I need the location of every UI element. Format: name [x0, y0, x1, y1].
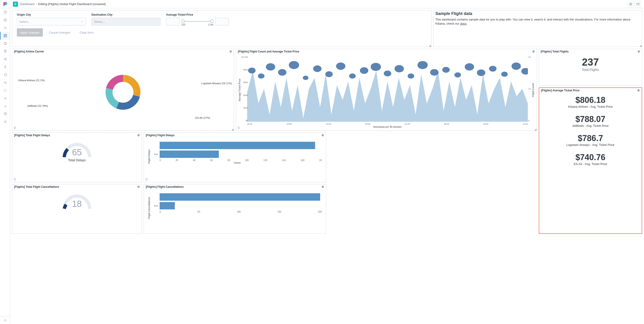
- origin-city-label: Origin City: [17, 13, 86, 16]
- metric-label: ES-Air - Avg. Ticket Price: [542, 162, 639, 166]
- avg-price-label: Average Ticket Price: [166, 13, 229, 16]
- panel-flight-count-price: [Flights] Flight Count and Average Ticke…: [236, 49, 537, 131]
- svg-point-24: [248, 68, 256, 73]
- svg-rect-18: [637, 3, 640, 5]
- clear-form-button[interactable]: Clear form: [76, 28, 97, 36]
- svg-point-3: [4, 19, 7, 21]
- x-axis-label: Count: [153, 162, 322, 164]
- nav-logs[interactable]: [0, 71, 10, 79]
- gear-icon[interactable]: ⚙: [137, 185, 140, 188]
- panel-title: [Flights] Flight Delays: [146, 134, 174, 137]
- origin-city-select[interactable]: Select...: [17, 18, 86, 25]
- svg-point-29: [303, 76, 308, 80]
- svg-point-35: [370, 63, 381, 71]
- price-slider[interactable]: 200 1196: [181, 18, 214, 25]
- legend-toggle-icon[interactable]: ☰: [238, 126, 240, 130]
- svg-point-28: [289, 61, 299, 69]
- legend-toggle-icon[interactable]: ☰: [14, 178, 16, 181]
- svg-point-38: [408, 73, 414, 78]
- panel-flight-cancellations: [Flights] Flight Cancellations ⚙ Flight …: [144, 184, 326, 234]
- svg-point-14: [5, 98, 6, 99]
- svg-point-10: [4, 59, 4, 60]
- hbar-tick-true: true: [153, 153, 158, 156]
- cancel-changes-button[interactable]: Cancel changes: [46, 28, 74, 36]
- nav-ml[interactable]: [0, 55, 10, 63]
- nav-monitoring[interactable]: [0, 110, 10, 118]
- svg-point-36: [384, 71, 391, 76]
- markdown-body: This dashboard contains sample data for …: [435, 17, 640, 26]
- svg-rect-7: [4, 36, 5, 37]
- gear-icon[interactable]: ⚙: [230, 50, 232, 53]
- legend-toggle-icon[interactable]: ☰: [14, 126, 16, 130]
- price-min-input[interactable]: [166, 18, 180, 25]
- gauge-delays[interactable]: 65 Total Delays: [12, 138, 142, 182]
- panel-airline-carrier: [Flights] Airline Carrier ⚙: [12, 49, 234, 131]
- donut-label-esair: ES-Air (27%): [195, 116, 210, 119]
- resize-handle[interactable]: ◢: [428, 44, 431, 46]
- svg-point-27: [278, 69, 286, 76]
- destination-city-select[interactable]: Select...: [92, 18, 160, 25]
- metric-item: $788.07 JetBeats - Avg. Ticket Price: [542, 114, 639, 127]
- donut-chart[interactable]: Kibana Airlines (21.1%) Logstash Airways…: [14, 55, 232, 130]
- price-min-label: 200: [181, 23, 186, 26]
- svg-point-34: [360, 67, 368, 74]
- newsfeed-icon[interactable]: [635, 1, 641, 7]
- nav-metrics[interactable]: [0, 63, 10, 71]
- nav-apm[interactable]: [0, 79, 10, 86]
- metric-value: $740.76: [542, 153, 639, 162]
- svg-point-33: [349, 73, 356, 78]
- combo-chart[interactable]: Average Ticket Price Flight Count $1,000…: [238, 55, 535, 130]
- panel-title: [Flights] Total Flight Delays: [14, 134, 50, 137]
- gauge-cancellations[interactable]: 18: [12, 189, 142, 234]
- donut-label-logstash: Logstash Airways (29.11%): [201, 82, 232, 85]
- metric-label: JetBeats - Avg. Ticket Price: [542, 124, 639, 127]
- gauge-value: 65: [14, 147, 140, 157]
- metric-value: $786.7: [542, 133, 639, 143]
- svg-point-42: [454, 72, 461, 77]
- svg-point-9: [5, 50, 6, 51]
- gear-icon[interactable]: ⚙: [322, 185, 324, 188]
- total-flights-value: 237: [541, 56, 640, 68]
- apply-changes-button[interactable]: Apply changes: [17, 28, 43, 36]
- gear-icon[interactable]: ⚙: [532, 50, 535, 53]
- resize-handle[interactable]: ◢: [534, 128, 536, 130]
- svg-point-12: [6, 60, 6, 60]
- gear-icon[interactable]: ⚙: [638, 50, 640, 53]
- metric-item: $786.7 Logstash Airways - Avg. Ticket Pr…: [542, 133, 639, 147]
- y-axis-label: Flight Cancellations: [148, 197, 150, 219]
- dashboard-canvas: Origin City Select... Destination City S…: [10, 8, 644, 324]
- donut-label-kibana: Kibana Airlines (21.1%): [18, 79, 45, 82]
- panel-total-delays: [Flights] Total Flight Delays ⚙ 65 Total…: [12, 133, 142, 182]
- nav-maps[interactable]: [0, 47, 10, 55]
- resize-handle[interactable]: ◢: [231, 128, 233, 130]
- svg-point-23: [109, 78, 137, 106]
- nav-recently-viewed[interactable]: [0, 8, 10, 16]
- panel-title: [Flights] Total Flights: [541, 50, 569, 53]
- hbar-delays[interactable]: Flight Delays true 020406080100120140160…: [146, 139, 324, 181]
- nav-visualize[interactable]: [0, 24, 10, 32]
- kibana-logo[interactable]: [0, 0, 10, 8]
- breadcrumb-root[interactable]: Dashboard: [20, 2, 34, 6]
- nav-dev[interactable]: [0, 102, 10, 110]
- side-nav: [0, 0, 10, 324]
- support-icon[interactable]: [628, 1, 634, 7]
- nav-collapse[interactable]: [0, 316, 10, 324]
- hbar-cancellations[interactable]: Flight Cancellations true 050100150200: [146, 190, 324, 233]
- nav-discover[interactable]: [0, 16, 10, 24]
- x-ticks: 15:0018:0021:0000:0003:0006:0009:0012:00: [247, 122, 528, 126]
- gear-icon[interactable]: ⚙: [322, 134, 324, 137]
- gear-icon[interactable]: ⚙: [637, 89, 640, 92]
- nav-dashboard[interactable]: [0, 32, 10, 39]
- price-max-input[interactable]: [215, 18, 229, 25]
- resize-handle[interactable]: ◢: [639, 44, 642, 46]
- nav-uptime[interactable]: [0, 86, 10, 94]
- legend-toggle-icon[interactable]: ☰: [145, 178, 148, 181]
- gear-icon[interactable]: ⚙: [137, 134, 140, 137]
- nav-management[interactable]: [0, 118, 10, 126]
- metric-item: $806.18 Kibana Airlines - Avg. Ticket Pr…: [542, 95, 639, 108]
- nav-canvas[interactable]: [0, 39, 10, 47]
- panel-avg-ticket-price: [Flights] Average Ticket Price ⚙ $806.18…: [539, 87, 642, 234]
- y-ticks-left: $1,000$800$600$400$200$0: [242, 56, 248, 122]
- docs-link[interactable]: docs: [460, 22, 466, 25]
- nav-siem[interactable]: [0, 94, 10, 102]
